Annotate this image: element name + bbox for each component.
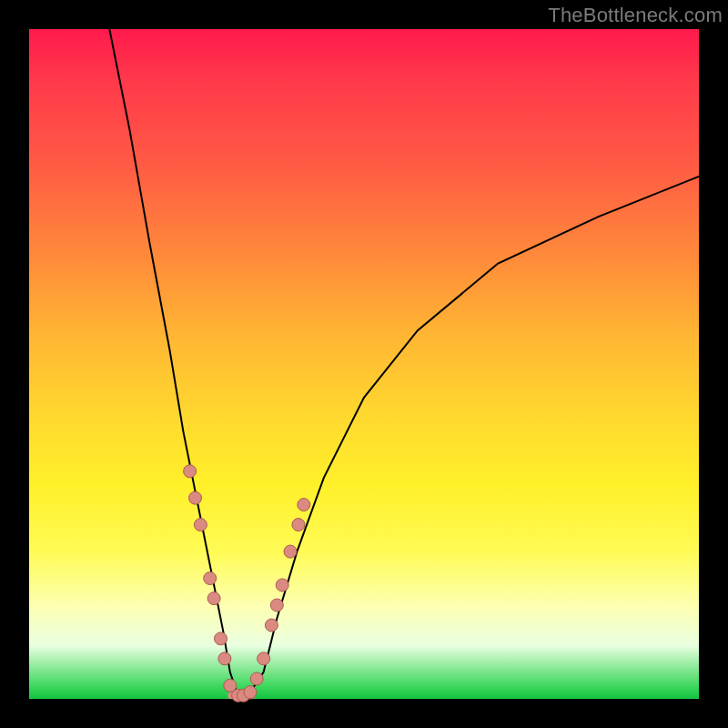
data-point <box>215 632 228 645</box>
outer-frame: TheBottleneck.com <box>0 0 728 728</box>
highlighted-points <box>184 465 310 703</box>
bottleneck-curve <box>109 29 699 699</box>
data-point <box>284 545 297 558</box>
data-point <box>244 686 257 699</box>
data-point <box>250 672 263 685</box>
data-point <box>265 619 278 632</box>
chart-svg <box>29 29 699 699</box>
data-point <box>270 599 283 612</box>
data-point <box>189 491 202 504</box>
data-point <box>218 652 231 665</box>
data-point <box>194 519 207 531</box>
data-point <box>258 652 270 665</box>
watermark-text: TheBottleneck.com <box>548 4 723 27</box>
data-point <box>184 465 197 478</box>
data-point <box>298 499 310 511</box>
data-point <box>204 572 217 585</box>
plot-area <box>29 29 699 699</box>
data-point <box>292 519 305 531</box>
data-point <box>276 579 288 592</box>
data-point <box>207 592 220 605</box>
